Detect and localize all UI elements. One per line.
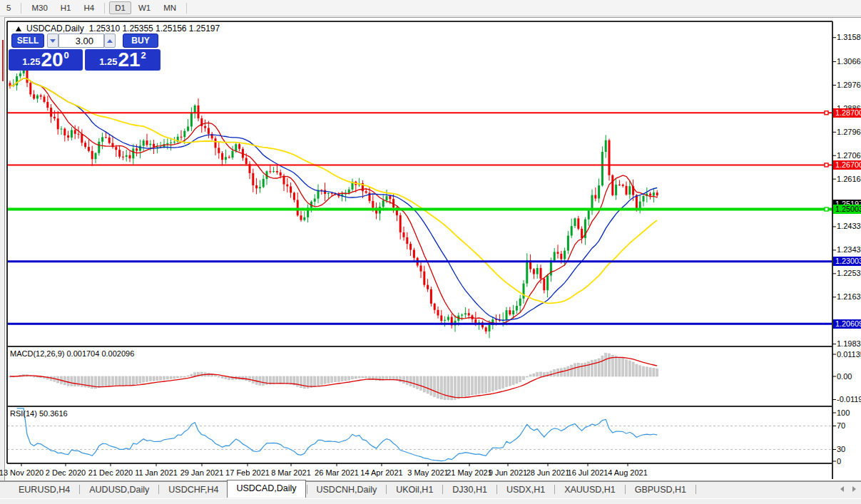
tab-separator <box>496 485 497 494</box>
rsi-axis-tick: 0 <box>837 457 841 466</box>
volume-input[interactable]: 3.00 <box>58 34 104 48</box>
symbol-tab-bar: EURUSD,H4AUDUSD,DailyUSDCHF,H4USDCAD,Dai… <box>0 481 861 498</box>
price-chart-canvas[interactable] <box>0 0 861 504</box>
sell-price-point: 0 <box>64 50 69 61</box>
price-axis-tick: 1.22535 <box>837 269 861 277</box>
tab-eurusd-h4[interactable]: EURUSD,H4 <box>10 483 78 498</box>
volume-decrease-button[interactable] <box>47 34 58 48</box>
rsi-axis-tick: 70 <box>837 421 845 430</box>
price-axis-tick: 1.19835 <box>837 339 861 348</box>
tab-ukoil-h1[interactable]: UKOil,H1 <box>387 483 442 498</box>
macd-axis-tick: 0.01135 <box>837 350 861 359</box>
sell-button[interactable]: SELL <box>11 34 44 48</box>
buy-button[interactable]: BUY <box>123 34 158 48</box>
tab-separator <box>696 485 696 494</box>
level-price-label: 1.20609 <box>833 319 861 329</box>
price-axis-tick: 1.27060 <box>837 151 861 160</box>
price-axis-tick: 1.21635 <box>837 292 861 301</box>
tab-gbpusd-h1[interactable]: GBPUSD,H1 <box>626 483 695 498</box>
tab-separator <box>442 485 443 494</box>
price-axis-tick: 1.24335 <box>837 222 861 230</box>
level-price-label: 1.26700 <box>833 160 861 170</box>
chevron-up-icon <box>107 39 113 43</box>
chart-header: USDCAD,Daily 1.25310 1.25355 1.25156 1.2… <box>16 24 220 34</box>
buy-price-pips: 21 <box>118 51 140 69</box>
macd-axis-tick: -0.01190 <box>837 395 861 403</box>
sell-price-prefix: 1.25 <box>22 56 40 67</box>
macd-indicator-label: MACD(12,26,9) 0.001704 0.002096 <box>10 349 134 358</box>
tab-audusd-daily[interactable]: AUDUSD,Daily <box>81 483 158 498</box>
status-strip <box>0 498 861 504</box>
application-window: 5M30H1H4D1W1MN USDCAD,Daily 1.25310 1.25… <box>0 0 861 504</box>
sell-price-pips: 20 <box>41 51 63 69</box>
rsi-axis-tick: 30 <box>837 445 845 453</box>
price-axis-tick: 1.26160 <box>837 175 861 183</box>
tab-scroll-controls <box>840 486 856 492</box>
tab-separator <box>554 485 555 494</box>
price-axis-tick: 1.23435 <box>837 245 861 254</box>
macd-axis-tick: 0.00 <box>837 372 852 381</box>
price-axis-tick: 1.27960 <box>837 128 861 136</box>
level-price-label: 1.28700 <box>833 108 861 118</box>
medium-ma-line <box>10 78 657 321</box>
collapse-chart-icon[interactable] <box>16 26 21 31</box>
tab-separator <box>625 485 626 494</box>
volume-increase-button[interactable] <box>104 34 116 48</box>
level-price-label: 1.23003 <box>833 257 861 266</box>
tab-dj30-h1[interactable]: DJ30,H1 <box>444 483 496 498</box>
chart-ohlc-values: 1.25310 1.25355 1.25156 1.25197 <box>89 24 220 34</box>
tab-separator <box>158 485 159 494</box>
chevron-down-icon <box>50 39 56 43</box>
price-axis-tick: 1.30660 <box>837 57 861 66</box>
tab-separator <box>386 485 387 494</box>
tab-usdcnh-daily[interactable]: USDCNH,Daily <box>308 483 386 498</box>
tab-usdchf-h4[interactable]: USDCHF,H4 <box>160 483 227 498</box>
buy-price-display[interactable]: 1.25 21 2 <box>85 49 161 71</box>
buy-price-point: 2 <box>141 50 146 61</box>
buy-price-prefix: 1.25 <box>99 56 117 67</box>
level-price-label: 1.25003 <box>833 205 861 214</box>
tab-usdx-h1[interactable]: USDX,H1 <box>498 483 554 498</box>
price-axis-tick: 1.31585 <box>837 33 861 41</box>
chart-symbol-label: USDCAD,Daily <box>26 24 84 34</box>
rsi-indicator-label: RSI(14) 50.3616 <box>10 409 68 418</box>
sell-price-display[interactable]: 1.25 20 0 <box>9 49 83 71</box>
tab-scroll-right-icon[interactable] <box>852 486 856 492</box>
slow-ma-line <box>10 78 657 304</box>
tab-separator <box>79 485 80 494</box>
rsi-axis-tick: 100 <box>837 408 850 417</box>
date-axis-label: 4 Aug 2021 <box>596 468 660 477</box>
tab-xauusd-h1[interactable]: XAUUSD,H1 <box>556 483 624 498</box>
price-axis-tick: 1.29760 <box>837 81 861 89</box>
tab-separator <box>307 485 307 494</box>
tab-usdcad-daily[interactable]: USDCAD,Daily <box>227 480 305 498</box>
tab-scroll-left-icon[interactable] <box>840 486 844 492</box>
